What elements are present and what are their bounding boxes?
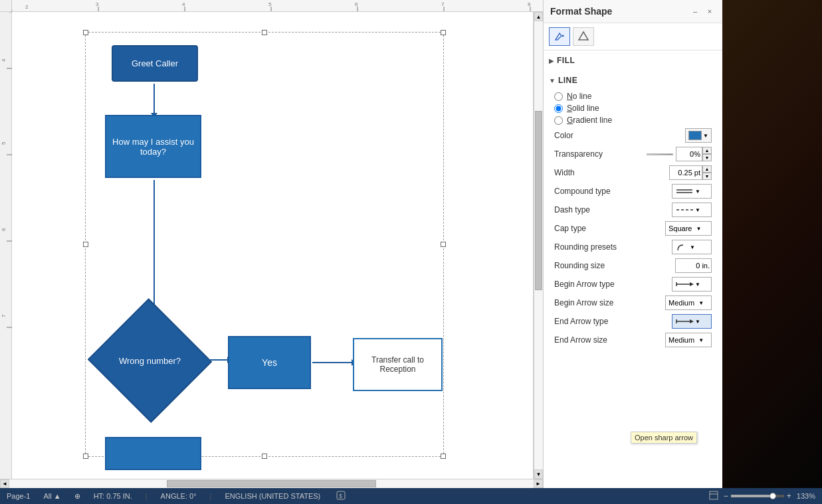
rounding-presets-btn[interactable]: ▼ xyxy=(672,240,712,254)
svg-text:3: 3 xyxy=(96,1,99,7)
scroll-thumb-vertical[interactable] xyxy=(535,111,542,290)
horizontal-scrollbar[interactable]: ◄ ► xyxy=(0,479,543,488)
no-line-row: No line xyxy=(554,90,712,102)
zoom-percent: 133% xyxy=(797,492,815,500)
end-arrow-size-value: Medium xyxy=(668,336,694,344)
vertical-scrollbar[interactable]: ▲ ▼ xyxy=(534,12,543,479)
end-arrow-type-label: End Arrow type xyxy=(554,317,634,326)
dash-type-row: Dash type ▼ xyxy=(554,201,712,219)
zoom-indicator[interactable] xyxy=(770,493,776,499)
fill-title: FILL xyxy=(557,56,575,65)
drawing-canvas[interactable]: Greet Caller How may I assist you today? xyxy=(12,12,534,479)
handle-br[interactable] xyxy=(441,454,446,459)
shape-transfer[interactable]: Transfer call to Reception xyxy=(353,338,443,391)
width-input[interactable] xyxy=(669,165,702,180)
scroll-thumb-h[interactable] xyxy=(167,480,377,487)
end-arrow-type-row: End Arrow type ▼ xyxy=(554,312,712,331)
width-input-wrap: ▲ ▼ xyxy=(669,165,712,180)
gradient-line-radio[interactable] xyxy=(554,116,563,125)
tab-shape[interactable] xyxy=(573,27,594,46)
transparency-slider[interactable] xyxy=(647,153,673,155)
handle-tl[interactable] xyxy=(83,30,88,35)
handle-ml[interactable] xyxy=(83,242,88,247)
no-line-radio[interactable] xyxy=(554,92,563,101)
panel-header: Format Shape – × xyxy=(544,0,722,23)
color-dropdown-arrow: ▼ xyxy=(703,133,708,139)
tooltip-open-sharp: Open sharp arrow xyxy=(631,432,697,444)
scroll-down-btn[interactable]: ▼ xyxy=(534,469,543,479)
scroll-track-h[interactable] xyxy=(9,479,534,488)
ruler-top: 2 3 4 5 6 7 8 xyxy=(0,0,543,12)
status-layout-icon[interactable] xyxy=(709,491,718,501)
panel-pin-btn[interactable]: – xyxy=(689,5,701,17)
cap-type-row: Cap type Square ▼ xyxy=(554,219,712,238)
begin-arrow-size-value: Medium xyxy=(668,299,694,307)
arrow-right-1 xyxy=(195,359,228,361)
fill-header[interactable]: ▶ FILL xyxy=(549,53,717,68)
begin-arrow-type-btn[interactable]: ▼ xyxy=(672,277,712,292)
handle-bm[interactable] xyxy=(262,454,267,459)
status-all[interactable]: All ▲ xyxy=(43,492,60,500)
zoom-bar[interactable] xyxy=(731,495,784,497)
ruler-corner xyxy=(0,0,12,11)
transparency-up[interactable]: ▲ xyxy=(702,147,712,154)
scroll-track-vertical[interactable] xyxy=(534,21,543,469)
rounding-presets-label: Rounding presets xyxy=(554,242,634,252)
color-control: ▼ xyxy=(685,128,712,143)
solid-line-radio[interactable] xyxy=(554,104,563,113)
compound-dropdown-arrow: ▼ xyxy=(695,189,700,195)
dash-type-control: ▼ xyxy=(672,203,712,217)
diamond-wrong-number[interactable]: Wrong number? xyxy=(105,317,195,404)
shape-bottom[interactable] xyxy=(105,437,201,470)
end-arrow-type-btn[interactable]: ▼ xyxy=(672,314,712,329)
end-arrow-icon xyxy=(675,317,694,326)
scroll-right-btn[interactable]: ► xyxy=(534,479,543,488)
line-header[interactable]: ▼ LINE xyxy=(549,73,717,88)
all-label: All xyxy=(43,492,51,500)
handle-tm[interactable] xyxy=(262,30,267,35)
ruler-horizontal: 2 3 4 5 6 7 8 xyxy=(12,0,543,11)
shape-assist-label: How may I assist you today? xyxy=(112,137,195,157)
end-arrow-size-arrow: ▼ xyxy=(698,337,704,343)
zoom-plus-btn[interactable]: + xyxy=(787,491,791,501)
end-arrow-size-btn[interactable]: Medium ▼ xyxy=(665,333,712,347)
handle-bl[interactable] xyxy=(83,454,88,459)
transparency-input[interactable] xyxy=(676,147,702,161)
shape-assist[interactable]: How may I assist you today? xyxy=(105,115,201,178)
handle-mr[interactable] xyxy=(441,242,446,247)
width-up[interactable]: ▲ xyxy=(702,165,712,173)
diamond-label: Wrong number? xyxy=(105,317,195,404)
begin-arrow-size-btn[interactable]: Medium ▼ xyxy=(665,295,712,310)
begin-arrow-size-label: Begin Arrow size xyxy=(554,298,634,307)
transparency-row: Transparency ▲ ▼ xyxy=(554,145,712,163)
color-swatch xyxy=(688,131,702,140)
cap-type-btn[interactable]: Square ▼ xyxy=(665,221,712,236)
shape-greet-caller[interactable]: Greet Caller xyxy=(112,45,198,82)
zoom-slider-container: − + xyxy=(724,491,791,501)
ruler-vert-svg: 4 5 6 7 xyxy=(0,12,12,477)
scroll-left-btn[interactable]: ◄ xyxy=(0,479,9,488)
color-row: Color ▼ xyxy=(554,126,712,145)
cap-type-control: Square ▼ xyxy=(665,221,712,236)
dash-type-btn[interactable]: ▼ xyxy=(672,203,712,217)
color-picker-btn[interactable]: ▼ xyxy=(685,128,712,143)
shape-transfer-label: Transfer call to Reception xyxy=(360,355,436,374)
compound-type-btn[interactable]: ▼ xyxy=(672,184,712,199)
handle-tr[interactable] xyxy=(441,30,446,35)
rounding-size-input[interactable] xyxy=(675,258,712,273)
svg-text:6: 6 xyxy=(1,228,7,231)
scroll-up-btn[interactable]: ▲ xyxy=(534,12,543,21)
zoom-minus-btn[interactable]: − xyxy=(724,491,728,501)
no-line-label: No line xyxy=(567,92,591,101)
tab-paint[interactable] xyxy=(549,27,570,46)
transparency-down[interactable]: ▼ xyxy=(702,154,712,161)
shape-yes[interactable]: Yes xyxy=(228,336,311,389)
compound-type-control: ▼ xyxy=(672,184,712,199)
diamond-shape: Wrong number? xyxy=(105,317,195,404)
panel-close-btn[interactable]: × xyxy=(704,5,716,17)
canvas-main: 4 5 6 7 xyxy=(0,12,543,479)
status-add-page[interactable]: ⊕ xyxy=(74,492,80,501)
panel-controls: – × xyxy=(689,5,716,17)
width-down[interactable]: ▼ xyxy=(702,173,712,180)
svg-marker-34 xyxy=(690,319,694,323)
